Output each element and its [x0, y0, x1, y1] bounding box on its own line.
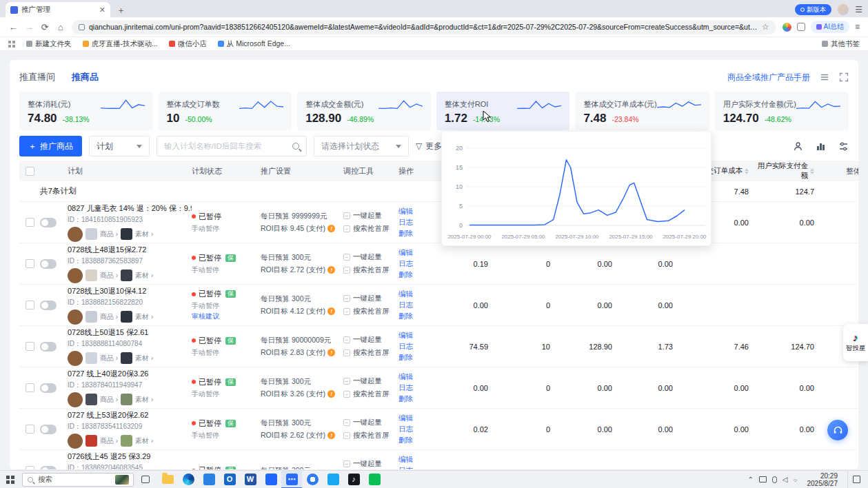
stat-card[interactable]: 用户实际支付金额(元)124.70-48.62%	[715, 92, 849, 130]
row-toggle[interactable]	[40, 259, 57, 269]
campaign-title[interactable]: 0728线上50退15 保2.61	[68, 327, 192, 338]
browser-avatar[interactable]	[838, 4, 849, 15]
home-icon[interactable]: ⌂	[56, 23, 65, 32]
row-checkbox[interactable]	[26, 259, 34, 268]
plan-select[interactable]: 计划	[89, 136, 150, 156]
material-link[interactable]: 素材 ›	[135, 230, 153, 239]
campaign-title[interactable]: 0726线上45 退25 保3.29	[68, 451, 192, 462]
settings-sliders-icon[interactable]	[838, 141, 849, 152]
taskbar-app-qq-browser-icon[interactable]	[323, 471, 343, 488]
volume-icon[interactable]: ◁	[783, 476, 788, 483]
edit-link[interactable]: 编辑	[398, 330, 432, 340]
page-tab-promote-product[interactable]: 推商品	[72, 71, 99, 83]
edit-link[interactable]: 编辑	[398, 372, 432, 382]
edit-link[interactable]: 编辑	[398, 454, 432, 465]
edit-link[interactable]: 编辑	[398, 289, 432, 299]
product-link[interactable]: 商品 ›	[100, 436, 118, 446]
url-field[interactable]: qianchuan.jinritemai.com/uni-prom?aavid=…	[72, 20, 776, 34]
search-top-screen-label[interactable]: 搜索抢首屏	[353, 265, 390, 275]
row-toggle[interactable]	[40, 466, 57, 470]
other-bookmarks[interactable]: 其他书签	[822, 39, 860, 49]
one-key-boost-label[interactable]: 一键起量	[353, 459, 382, 469]
delete-link[interactable]: 删除	[398, 352, 432, 363]
log-link[interactable]: 日志	[398, 258, 432, 269]
bookmark-item[interactable]: 虎牙直播-技术驱动...	[83, 39, 158, 49]
edit-link[interactable]: 编辑	[398, 206, 432, 216]
refresh-icon[interactable]: ⟳	[40, 23, 50, 32]
edit-link[interactable]: 编辑	[398, 247, 432, 258]
page-tab-promote-live[interactable]: 推直播间	[19, 71, 55, 83]
stat-card[interactable]: 整体成交金额(元)128.90-46.89%	[297, 92, 431, 130]
material-link[interactable]: 素材 ›	[135, 312, 153, 322]
taskbar-app-edge-icon[interactable]	[178, 471, 199, 488]
log-link[interactable]: 日志	[398, 341, 432, 352]
network-icon[interactable]: ⌔	[794, 476, 798, 483]
tab-close-icon[interactable]: ✕	[99, 6, 105, 14]
log-link[interactable]: 日志	[398, 383, 432, 393]
extension-icon[interactable]	[783, 23, 791, 32]
material-link[interactable]: 素材 ›	[135, 271, 153, 281]
row-checkbox[interactable]	[26, 383, 34, 392]
product-link[interactable]: 商品 ›	[100, 312, 118, 322]
select-all-checkbox[interactable]	[26, 167, 34, 176]
bookmark-item[interactable]: 新建文件夹	[26, 39, 72, 49]
delete-link[interactable]: 删除	[398, 394, 432, 404]
more-tools-icon[interactable]: ≡	[855, 23, 860, 31]
campaign-title[interactable]: 0728线上48退15保2.72	[68, 245, 192, 255]
search-input[interactable]: 输入计划名称/ID后回车搜索	[157, 136, 307, 156]
taskbar-app-outlook-icon[interactable]: O	[219, 471, 240, 488]
edit-link[interactable]: 编辑	[398, 413, 432, 423]
search-top-screen-label[interactable]: 搜索抢首屏	[353, 348, 390, 358]
sort-icon[interactable]	[810, 168, 814, 174]
taskbar-app-browser-circle-icon[interactable]	[302, 471, 323, 488]
row-checkbox[interactable]	[26, 301, 34, 309]
campaign-title[interactable]: 0728线上30退10保4.12	[68, 286, 192, 296]
column-metric[interactable]: 用户实际支付金额	[753, 161, 818, 181]
log-link[interactable]: 日志	[398, 465, 432, 469]
taskbar-clock[interactable]: 20:29 2025/8/27	[803, 472, 842, 487]
log-link[interactable]: 日志	[398, 300, 432, 310]
delete-link[interactable]: 删除	[398, 435, 432, 445]
apps-grid-icon[interactable]	[8, 41, 15, 48]
task-view-button[interactable]	[137, 471, 154, 488]
campaign-title[interactable]: 0727 线上53退20保2.62	[68, 410, 192, 420]
display-icon[interactable]	[759, 476, 767, 482]
browser-menu-icon[interactable]: ☰	[855, 6, 862, 14]
page-info-icon[interactable]	[79, 24, 85, 30]
material-link[interactable]: 素材 ›	[135, 436, 153, 446]
product-manual-link[interactable]: 商品全域推广产品手册	[727, 72, 810, 83]
ai-summary-button[interactable]: AI总结	[811, 21, 849, 33]
log-link[interactable]: 日志	[398, 217, 432, 227]
customer-service-button[interactable]	[827, 420, 848, 440]
delete-link[interactable]: 删除	[398, 270, 432, 280]
browser-tab[interactable]: 推广管理 ✕	[6, 2, 110, 17]
product-link[interactable]: 商品 ›	[100, 354, 118, 363]
product-link[interactable]: 商品 ›	[100, 271, 118, 281]
campaign-title[interactable]: 0727 线上40退20保3.26	[68, 369, 192, 379]
stat-card[interactable]: 整体成交订单成本(元)7.48-23.84%	[575, 92, 709, 130]
bookmark-star-icon[interactable]: ☆	[762, 22, 769, 32]
row-toggle[interactable]	[40, 218, 57, 227]
taskbar-app-wechat-icon[interactable]	[364, 471, 385, 488]
row-toggle[interactable]	[40, 425, 57, 434]
material-link[interactable]: 素材 ›	[135, 354, 153, 363]
row-checkbox[interactable]	[26, 425, 34, 434]
bookmark-item[interactable]: 从 Microsoft Edge...	[218, 39, 290, 49]
stat-card[interactable]: 整体支付ROI1.72-14.43%	[436, 92, 570, 130]
row-checkbox[interactable]	[26, 466, 34, 469]
log-link[interactable]: 日志	[398, 424, 432, 434]
one-key-boost-label[interactable]: 一键起量	[353, 335, 382, 345]
taskbar-app-blue-app-icon[interactable]	[261, 471, 281, 488]
campaign-title[interactable]: 0827 儿童毛衣 14% 退：20% 保：9.92	[68, 203, 192, 214]
audience-icon[interactable]	[793, 141, 803, 152]
product-link[interactable]: 商品 ›	[100, 230, 118, 239]
action-center-button[interactable]	[847, 471, 865, 488]
delete-link[interactable]: 删除	[398, 311, 432, 321]
start-button[interactable]	[0, 471, 21, 488]
back-icon[interactable]: ←	[8, 23, 18, 32]
fullscreen-icon[interactable]	[839, 72, 849, 82]
taskbar-search[interactable]: 搜索	[22, 473, 134, 487]
sidebar-panel-icon[interactable]	[797, 23, 805, 31]
row-toggle[interactable]	[40, 301, 57, 310]
one-key-boost-label[interactable]: 一键起量	[353, 252, 382, 262]
